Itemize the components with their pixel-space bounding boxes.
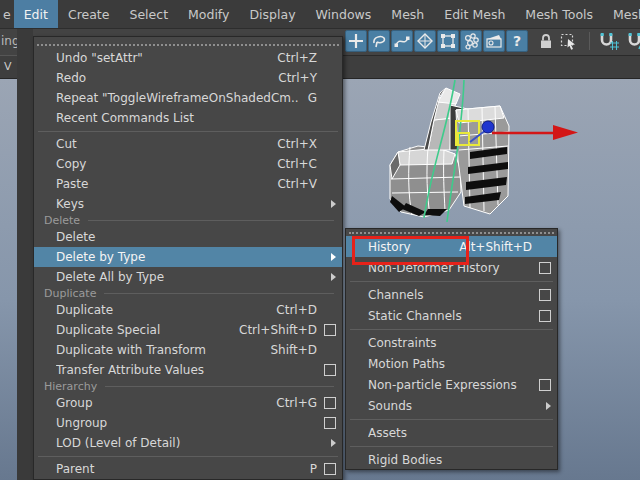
viewport-panel-menubar[interactable]	[343, 55, 640, 79]
menu-item-shortcut: Shift+D	[270, 343, 317, 357]
menu-item-duplicate-special[interactable]: Duplicate SpecialCtrl+Shift+D	[34, 320, 342, 340]
path-curve-icon[interactable]	[391, 30, 413, 52]
menu-item-label: Duplicate	[56, 303, 266, 317]
lasso-select-icon[interactable]	[368, 30, 390, 52]
menu-item-undo-setattr[interactable]: Undo "setAttr"Ctrl+Z	[34, 48, 342, 68]
menu-item-channels[interactable]: Channels	[346, 284, 557, 305]
menu-item-label: Copy	[56, 157, 267, 171]
menu-item-redo[interactable]: RedoCtrl+Y	[34, 68, 342, 88]
lock-icon[interactable]	[535, 30, 557, 52]
option-box-icon[interactable]	[324, 324, 336, 336]
menu-item-label: Undo "setAttr"	[56, 51, 267, 65]
marquee-cursor-icon[interactable]	[557, 30, 579, 52]
submenu-arrow-icon	[546, 402, 551, 410]
menu-item-repeat-togglewireframeonshadedcm[interactable]: Repeat "ToggleWireframeOnShadedCm..."G	[34, 88, 342, 108]
menu-item-history[interactable]: HistoryAlt+Shift+D	[346, 236, 557, 257]
menubar-item-mesh-display[interactable]: Mesh Display	[603, 0, 640, 28]
submenu-arrow-icon	[331, 439, 336, 447]
menu-item-label: Non-particle Expressions	[368, 378, 532, 392]
menu-item-label: Non-Deformer History	[368, 261, 532, 275]
menu-item-paste[interactable]: PasteCtrl+V	[34, 174, 342, 194]
menubar-item-display[interactable]: Display	[239, 0, 305, 28]
side-panel-view-menu-fragment[interactable]: V	[4, 60, 12, 73]
menu-item-shortcut: Alt+Shift+D	[459, 240, 532, 254]
transform-box-icon[interactable]	[437, 30, 459, 52]
option-box-icon[interactable]	[324, 463, 336, 475]
menu-item-delete-all-by-type[interactable]: Delete All by Type	[34, 267, 342, 287]
side-panel-menubar[interactable]: V	[0, 55, 17, 79]
side-viewport-canvas[interactable]	[0, 79, 18, 480]
option-box-icon[interactable]	[539, 310, 551, 322]
menubar-item-mesh[interactable]: Mesh	[381, 0, 434, 28]
menubar-item-select[interactable]: Select	[119, 0, 178, 28]
menu-item-label: Duplicate with Transform	[56, 343, 260, 357]
submenu-arrow-icon	[331, 253, 336, 261]
menu-item-label: Sounds	[368, 399, 532, 413]
menu-item-parent[interactable]: ParentP	[34, 459, 342, 479]
menu-item-label: Rigid Bodies	[368, 453, 532, 467]
menu-item-duplicate-with-transform[interactable]: Duplicate with TransformShift+D	[34, 340, 342, 360]
menu-item-non-particle-expressions[interactable]: Non-particle Expressions	[346, 374, 557, 395]
option-box-icon[interactable]	[324, 364, 336, 376]
maya-window: eEditCreateSelectModifyDisplayWindowsMes…	[0, 0, 640, 480]
option-box-icon[interactable]	[539, 262, 551, 274]
menubar-item-windows[interactable]: Windows	[306, 0, 382, 28]
menu-item-label: History	[368, 240, 449, 254]
section-header-label: Hierarchy	[44, 380, 97, 393]
menubar-item-create[interactable]: Create	[58, 0, 120, 28]
menu-item-shortcut: Ctrl+X	[277, 137, 317, 151]
option-box-icon[interactable]	[324, 417, 336, 429]
snap-curve-magnet-icon[interactable]	[627, 30, 640, 52]
option-box-icon[interactable]	[539, 379, 551, 391]
menu-item-label: Redo	[56, 71, 268, 85]
snap-grid-magnet-icon[interactable]	[598, 30, 620, 52]
menu-item-shortcut: P	[310, 462, 317, 476]
menu-item-ungroup[interactable]: Ungroup	[34, 413, 342, 433]
menu-item-label: LOD (Level of Detail)	[56, 436, 317, 450]
render-clapper-icon[interactable]	[483, 30, 505, 52]
menu-item-delete-by-type[interactable]: Delete by Type	[34, 247, 342, 267]
menu-item-group[interactable]: GroupCtrl+G	[34, 393, 342, 413]
menu-item-assets[interactable]: Assets	[346, 422, 557, 443]
menubar-item-edit-mesh[interactable]: Edit Mesh	[434, 0, 515, 28]
menubar-item-e[interactable]: e	[0, 0, 14, 28]
section-header-label: Duplicate	[44, 287, 96, 300]
menu-item-rigid-bodies[interactable]: Rigid Bodies	[346, 449, 557, 470]
diamond-icon[interactable]	[414, 30, 436, 52]
particles-icon[interactable]	[460, 30, 482, 52]
menu-item-transfer-attribute-values[interactable]: Transfer Attribute Values	[34, 360, 342, 380]
menu-item-delete[interactable]: Delete	[34, 227, 342, 247]
move-plus-icon[interactable]	[345, 30, 367, 52]
submenu-arrow-icon	[331, 273, 336, 281]
menu-item-shortcut: Ctrl+Z	[277, 51, 317, 65]
menubar-item-mesh-tools[interactable]: Mesh Tools	[515, 0, 603, 28]
menubar-item-modify[interactable]: Modify	[178, 0, 239, 28]
menu-item-label: Group	[56, 396, 266, 410]
menu-item-copy[interactable]: CopyCtrl+C	[34, 154, 342, 174]
help-icon[interactable]: ?	[506, 30, 528, 52]
edit-menu-tearoff[interactable]	[34, 41, 342, 48]
submenu-tearoff[interactable]	[346, 229, 557, 236]
menu-item-label: Delete by Type	[56, 250, 317, 264]
menu-item-label: Motion Paths	[368, 357, 532, 371]
menu-item-non-deformer-history[interactable]: Non-Deformer History	[346, 257, 557, 278]
option-box-icon[interactable]	[539, 289, 551, 301]
menu-item-cut[interactable]: CutCtrl+X	[34, 134, 342, 154]
menu-item-lod-level-of-detail[interactable]: LOD (Level of Detail)	[34, 433, 342, 453]
menubar-item-edit[interactable]: Edit	[14, 0, 58, 28]
menu-item-shortcut: Ctrl+Y	[278, 71, 317, 85]
menu-item-motion-paths[interactable]: Motion Paths	[346, 353, 557, 374]
edit-menu-panel: Undo "setAttr"Ctrl+ZRedoCtrl+YRepeat "To…	[33, 36, 343, 480]
menu-item-label: Delete	[56, 230, 317, 244]
menu-item-constraints[interactable]: Constraints	[346, 332, 557, 353]
menu-item-label: Duplicate Special	[56, 323, 229, 337]
menu-item-label: Ungroup	[56, 416, 317, 430]
menu-item-static-channels[interactable]: Static Channels	[346, 305, 557, 326]
menu-item-recent-commands-list[interactable]: Recent Commands List	[34, 108, 342, 128]
menu-item-duplicate[interactable]: DuplicateCtrl+D	[34, 300, 342, 320]
menu-item-label: Assets	[368, 426, 532, 440]
menu-item-label: Transfer Attribute Values	[56, 363, 317, 377]
menu-item-keys[interactable]: Keys	[34, 194, 342, 214]
menu-item-sounds[interactable]: Sounds	[346, 395, 557, 416]
option-box-icon[interactable]	[324, 397, 336, 409]
